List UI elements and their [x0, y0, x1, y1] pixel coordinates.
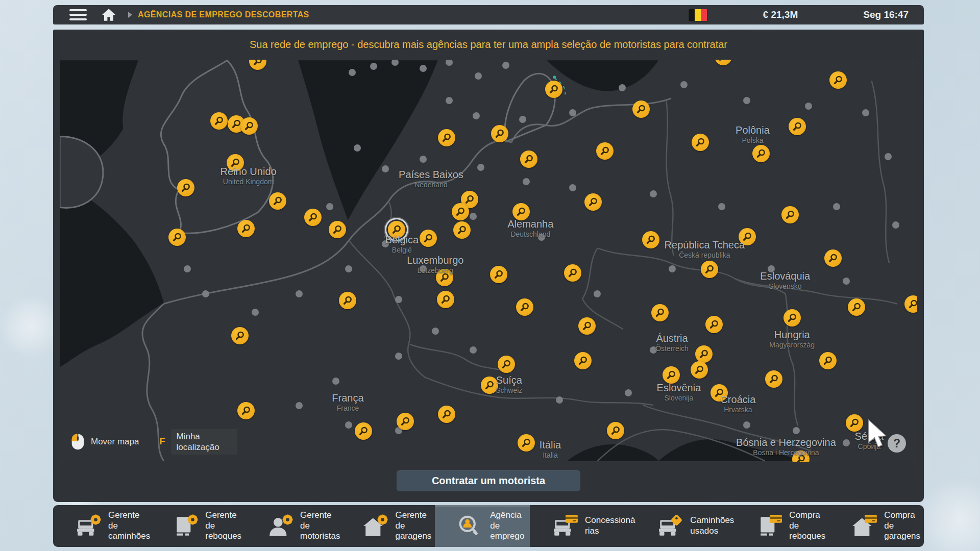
- agency-marker[interactable]: [584, 193, 602, 211]
- map-city-dot: [519, 116, 526, 123]
- map-city-dot: [202, 290, 209, 297]
- agency-marker[interactable]: [651, 304, 669, 321]
- agency-marker[interactable]: [420, 230, 437, 247]
- agency-marker[interactable]: [240, 117, 258, 135]
- help-button[interactable]: ?: [888, 434, 906, 453]
- agency-marker[interactable]: [705, 316, 723, 333]
- map-city-dot: [296, 290, 303, 297]
- map-city-dot: [768, 265, 775, 272]
- agency-marker[interactable]: [516, 298, 533, 316]
- agency-marker[interactable]: [452, 203, 469, 220]
- agency-marker[interactable]: [438, 129, 455, 146]
- agency-marker[interactable]: [355, 422, 372, 440]
- agency-marker[interactable]: [397, 413, 414, 430]
- agency-marker[interactable]: [739, 228, 756, 245]
- tab-used-trucks[interactable]: Caminhõesusados: [635, 505, 734, 547]
- map-city-dot: [862, 109, 869, 116]
- home-icon[interactable]: [101, 8, 116, 21]
- agency-marker[interactable]: [498, 356, 515, 373]
- map-city-dot: [843, 439, 850, 446]
- agency-marker[interactable]: [846, 414, 863, 432]
- tab-dealers[interactable]: Concessionárias: [530, 505, 635, 547]
- agency-marker[interactable]: [168, 229, 186, 246]
- agency-marker[interactable]: [237, 402, 255, 419]
- map-city-dot: [502, 62, 509, 69]
- agency-marker[interactable]: [520, 151, 537, 168]
- agency-marker[interactable]: [518, 434, 535, 452]
- agency-marker[interactable]: [545, 81, 562, 98]
- tab-label: Caminhõesusados: [690, 515, 734, 536]
- agency-marker[interactable]: [177, 179, 194, 196]
- agency-marker[interactable]: [227, 154, 244, 171]
- tab-truck-manager[interactable]: Gerente decaminhões: [53, 505, 150, 547]
- agency-marker[interactable]: [339, 292, 356, 309]
- agency-marker[interactable]: [436, 269, 453, 286]
- map-city-dot: [345, 265, 352, 272]
- agency-marker[interactable]: [829, 71, 847, 89]
- map-city-dot: [680, 81, 688, 88]
- agency-marker[interactable]: [781, 206, 799, 223]
- agency-marker[interactable]: [632, 101, 650, 118]
- agency-marker[interactable]: [819, 352, 837, 369]
- hire-driver-button[interactable]: Contratar um motorista: [397, 470, 580, 491]
- tab-trailer-purchase[interactable]: Compra dereboques: [734, 505, 829, 547]
- tab-garage-purchase[interactable]: Compra degaragens: [829, 505, 924, 547]
- agency-marker[interactable]: [701, 261, 718, 278]
- map-city-dot: [420, 156, 427, 163]
- agency-marker[interactable]: [490, 266, 507, 283]
- agency-marker[interactable]: [783, 309, 801, 327]
- agency-marker[interactable]: [765, 370, 782, 388]
- agency-marker[interactable]: [329, 221, 346, 238]
- breadcrumb: AGÊNCIAS DE EMPREGO DESCOBERTAS: [138, 10, 309, 19]
- agency-marker[interactable]: [848, 298, 865, 316]
- agency-marker[interactable]: [237, 220, 255, 237]
- agency-marker[interactable]: [481, 377, 498, 394]
- agency-marker-selected[interactable]: [388, 221, 405, 238]
- tab-trailer-manager[interactable]: Gerente dereboques: [150, 505, 245, 547]
- agency-marker[interactable]: [574, 352, 592, 369]
- agency-marker[interactable]: [491, 125, 508, 142]
- agency-marker[interactable]: [564, 264, 581, 282]
- mouse-icon: [71, 433, 85, 450]
- agency-marker[interactable]: [453, 221, 471, 239]
- map-controls: Mover mapa F Minha localização: [71, 429, 237, 455]
- agency-marker[interactable]: [437, 291, 454, 308]
- agency-marker[interactable]: [695, 345, 713, 363]
- map-city-dot: [470, 346, 477, 354]
- tab-label: Concessionárias: [585, 515, 635, 536]
- agency-marker[interactable]: [438, 406, 455, 423]
- map[interactable]: Mover mapa F Minha localização ? Reino U…: [60, 60, 917, 462]
- menu-icon[interactable]: [69, 9, 87, 20]
- agency-marker[interactable]: [607, 422, 624, 439]
- map-city-dot: [743, 421, 750, 429]
- tab-driver-manager[interactable]: Gerente demotoristas: [245, 505, 340, 547]
- map-city-dot: [619, 84, 626, 91]
- tab-garage-manager[interactable]: Gerente degaragens: [340, 505, 435, 547]
- map-city-dot: [625, 389, 632, 396]
- tab-job-agency[interactable]: Agência deemprego: [435, 505, 530, 547]
- agency-marker[interactable]: [596, 142, 614, 160]
- agency-marker[interactable]: [663, 366, 680, 384]
- tab-label: Gerente decaminhões: [108, 510, 150, 542]
- agency-marker[interactable]: [578, 317, 596, 335]
- agency-map-panel: Sua rede de emprego - descubra mais agên…: [53, 30, 924, 502]
- agency-marker[interactable]: [691, 361, 708, 379]
- map-city-dot: [594, 290, 601, 297]
- agency-marker[interactable]: [789, 118, 806, 135]
- agency-marker[interactable]: [231, 327, 249, 344]
- agency-marker[interactable]: [752, 145, 770, 162]
- agency-marker[interactable]: [692, 134, 709, 151]
- map-city-dot: [395, 296, 402, 303]
- agency-marker[interactable]: [304, 209, 322, 226]
- my-location-label[interactable]: Minha localização: [171, 429, 237, 455]
- agency-marker[interactable]: [210, 112, 228, 130]
- agency-marker[interactable]: [512, 203, 530, 220]
- agency-marker[interactable]: [642, 231, 659, 248]
- agency-marker[interactable]: [269, 192, 286, 210]
- map-city-dot: [395, 353, 402, 360]
- agency-marker[interactable]: [710, 384, 728, 402]
- agency-marker[interactable]: [824, 249, 842, 267]
- game-time: Seg 16:47: [863, 9, 909, 20]
- map-city-dot: [538, 234, 545, 241]
- map-city-dot: [650, 190, 657, 197]
